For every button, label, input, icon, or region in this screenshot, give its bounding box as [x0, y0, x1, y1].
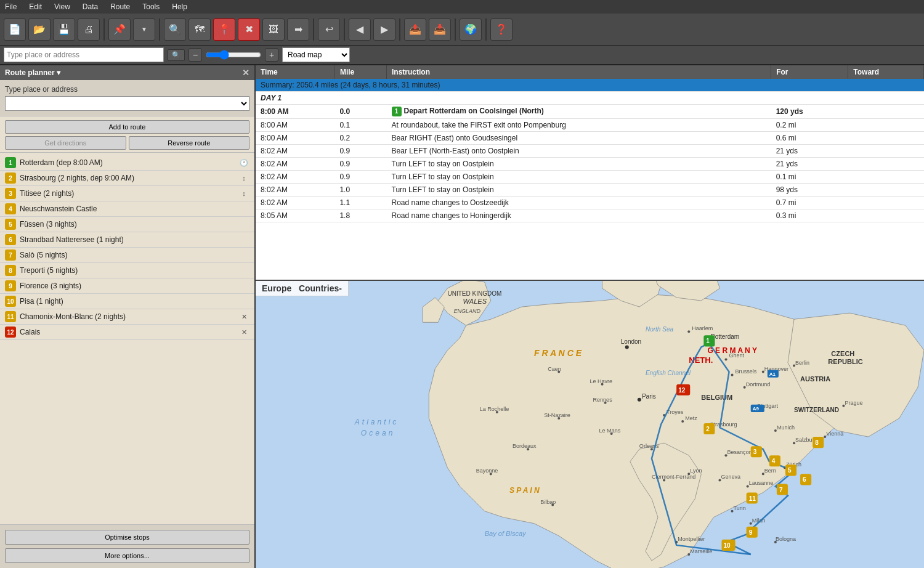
- direction-row[interactable]: 8:00 AM0.1At roundabout, take the FIRST …: [256, 119, 924, 132]
- dir-toward: [848, 158, 924, 171]
- menu-view[interactable]: View: [52, 1, 73, 12]
- directions-button[interactable]: ➡: [287, 18, 309, 41]
- zoom-out-button[interactable]: −: [188, 48, 202, 62]
- menu-file[interactable]: File: [2, 1, 19, 12]
- open-button[interactable]: 📂: [28, 18, 51, 41]
- import-button[interactable]: 📥: [429, 18, 451, 41]
- svg-text:Brussels: Brussels: [736, 368, 757, 375]
- route-stop[interactable]: 9Florence (3 nights): [0, 278, 254, 294]
- route-stop[interactable]: 5Füssen (3 nights): [0, 217, 254, 232]
- photos-button[interactable]: 🖼: [262, 18, 285, 41]
- menu-edit[interactable]: Edit: [26, 1, 44, 12]
- direction-row[interactable]: 8:02 AM1.1Road name changes to Oostzeedi…: [256, 197, 924, 209]
- more-options-button[interactable]: More options...: [5, 548, 249, 563]
- route-stop[interactable]: 2Strasbourg (2 nights, dep 9:00 AM)↕: [0, 171, 254, 186]
- col-for: For: [771, 65, 848, 79]
- dir-mile: 0.1: [334, 119, 386, 132]
- route-stops-list: 1Rotterdam (dep 8:00 AM)🕐2Strasbourg (2 …: [0, 153, 254, 524]
- stop-number: 10: [5, 296, 16, 307]
- dir-toward: [848, 145, 924, 158]
- route-stop[interactable]: 4Neuschwanstein Castle: [0, 201, 254, 217]
- direction-row[interactable]: 8:02 AM0.9Turn LEFT to stay on Oostplein…: [256, 171, 924, 184]
- route-stop[interactable]: 6Strandbad Natterersee (1 night): [0, 232, 254, 248]
- add-to-route-button[interactable]: Add to route: [5, 120, 249, 134]
- svg-text:6: 6: [803, 476, 806, 483]
- address-search-button[interactable]: 🔍: [168, 49, 185, 61]
- reverse-route-button[interactable]: Reverse route: [129, 136, 250, 150]
- zoom-in-button[interactable]: +: [265, 48, 278, 62]
- stop-button[interactable]: ✖: [238, 18, 260, 41]
- svg-text:ENGLAND: ENGLAND: [453, 308, 480, 314]
- undo-button[interactable]: ↩: [318, 18, 340, 41]
- map-area[interactable]: Europe Countries-: [256, 281, 924, 568]
- route-stop[interactable]: 12Calais✕: [0, 325, 254, 340]
- toolbar-separator-6: [455, 18, 456, 41]
- dir-mile: 0.9: [334, 171, 386, 184]
- globe-button[interactable]: 🌍: [460, 18, 482, 41]
- new-button[interactable]: 📄: [4, 18, 26, 41]
- col-time: Time: [256, 65, 334, 79]
- map-svg[interactable]: WALES UNITED KINGDOM ENGLAND F R A N C E…: [256, 281, 924, 568]
- pin-button[interactable]: 📌: [108, 18, 131, 41]
- menu-tools[interactable]: Tools: [140, 1, 162, 12]
- route-planner-close-button[interactable]: ✕: [242, 68, 249, 78]
- dir-instruction: Turn LEFT to stay on Oostplein: [387, 184, 771, 197]
- optimise-stops-button[interactable]: Optimise stops: [5, 530, 249, 545]
- save-button[interactable]: 💾: [53, 18, 75, 41]
- maptype-select[interactable]: Road map Satellite Hybrid Terrain: [282, 47, 350, 62]
- stop-number: 2: [5, 172, 16, 184]
- stop-remove-icon[interactable]: ✕: [238, 311, 249, 322]
- map-style-button[interactable]: 🗺: [188, 18, 211, 41]
- svg-text:Metz: Metz: [685, 415, 697, 421]
- stop-move-icon[interactable]: ↕: [238, 188, 249, 199]
- export-button[interactable]: 📤: [404, 18, 426, 41]
- svg-text:A1: A1: [769, 371, 776, 377]
- menu-help[interactable]: Help: [169, 1, 190, 12]
- svg-text:A9: A9: [753, 406, 760, 412]
- route-stop[interactable]: 1Rotterdam (dep 8:00 AM)🕐: [0, 155, 254, 171]
- route-stop[interactable]: 7Salò (5 nights): [0, 248, 254, 263]
- stop-remove-icon[interactable]: ✕: [238, 327, 249, 338]
- menu-data[interactable]: Data: [80, 1, 100, 12]
- directions-table: Time Mile Instruction For Toward Summary…: [256, 65, 924, 222]
- menu-route[interactable]: Route: [108, 1, 132, 12]
- direction-row[interactable]: 8:02 AM0.9Bear LEFT (North-East) onto Oo…: [256, 145, 924, 158]
- address-input[interactable]: [4, 47, 164, 62]
- route-stop[interactable]: 8Treporti (5 nights): [0, 263, 254, 278]
- direction-row[interactable]: 8:05 AM1.8Road name changes to Honingerd…: [256, 209, 924, 222]
- dir-mile: 0.0: [334, 105, 386, 119]
- stop-time-icon[interactable]: 🕐: [238, 157, 249, 168]
- svg-text:WALES: WALES: [463, 298, 487, 305]
- dir-for: 0.2 mi: [771, 119, 848, 132]
- find-button[interactable]: 🔍: [164, 18, 186, 41]
- route-stop[interactable]: 11Chamonix-Mont-Blanc (2 nights)✕: [0, 309, 254, 325]
- forward-button[interactable]: ▶: [373, 18, 395, 41]
- direction-row[interactable]: 8:02 AM1.0Turn LEFT to stay on Oostplein…: [256, 184, 924, 197]
- route-stop[interactable]: 10Pisa (1 night): [0, 294, 254, 309]
- svg-text:9: 9: [749, 529, 753, 536]
- direction-row[interactable]: 8:00 AM0.01Depart Rotterdam on Coolsinge…: [256, 105, 924, 119]
- stop-label: Calais: [20, 328, 235, 336]
- svg-point-15: [687, 330, 690, 333]
- svg-text:Montpellier: Montpellier: [678, 536, 705, 542]
- pin-dropdown-button[interactable]: ▼: [133, 18, 155, 41]
- route-pin-button[interactable]: 📍: [213, 18, 235, 41]
- place-input[interactable]: [5, 96, 249, 111]
- back-button[interactable]: ◀: [349, 18, 371, 41]
- direction-row[interactable]: 8:00 AM0.2Bear RIGHT (East) onto Goudses…: [256, 132, 924, 145]
- instr-icon: 1: [392, 107, 402, 116]
- svg-text:8: 8: [815, 439, 819, 446]
- dir-for: 0.3 mi: [771, 209, 848, 222]
- help-button[interactable]: ❓: [490, 18, 513, 41]
- svg-text:Bilbao: Bilbao: [540, 499, 556, 505]
- direction-row[interactable]: 8:02 AM0.9Turn LEFT to stay on Oostplein…: [256, 158, 924, 171]
- right-panel: Time Mile Instruction For Toward Summary…: [256, 65, 924, 568]
- col-toward: Toward: [848, 65, 924, 79]
- dir-toward: [848, 184, 924, 197]
- zoom-slider[interactable]: [206, 47, 261, 62]
- print-button[interactable]: 🖨: [78, 18, 100, 41]
- route-stop[interactable]: 3Titisee (2 nights)↕: [0, 186, 254, 201]
- dir-instruction: Road name changes to Honingerdijk: [387, 209, 771, 222]
- stop-move-icon[interactable]: ↕: [238, 172, 249, 184]
- get-directions-button[interactable]: Get directions: [5, 136, 126, 150]
